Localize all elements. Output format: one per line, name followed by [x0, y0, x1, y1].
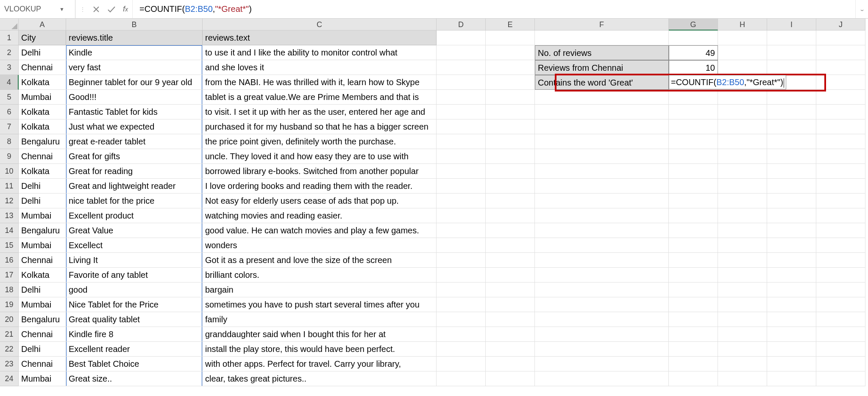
cell-G17[interactable]: [669, 268, 718, 282]
cell-C19[interactable]: sometimes you have to push start several…: [203, 297, 437, 312]
row-header-23[interactable]: 23: [0, 357, 19, 371]
cell-D23[interactable]: [437, 357, 486, 371]
cell-F24[interactable]: [535, 371, 669, 386]
cell-E16[interactable]: [486, 253, 535, 268]
row-header-21[interactable]: 21: [0, 327, 19, 342]
cell-I12[interactable]: [767, 194, 816, 208]
cell-A8[interactable]: Bengaluru: [19, 134, 66, 149]
cell-B4[interactable]: Beginner tablet for our 9 year old: [66, 75, 203, 90]
cell-B10[interactable]: Great for reading: [66, 164, 203, 179]
cell-I2[interactable]: [767, 45, 816, 60]
cell-A19[interactable]: Mumbai: [19, 297, 66, 312]
cell-G2[interactable]: 49: [669, 45, 718, 60]
cell-D4[interactable]: [437, 75, 486, 90]
cell-F3[interactable]: Reviews from Chennai: [535, 60, 669, 75]
cell-G10[interactable]: [669, 164, 718, 179]
cell-A15[interactable]: Mumbai: [19, 238, 66, 253]
cell-E22[interactable]: [486, 342, 535, 357]
cell-J3[interactable]: [816, 60, 865, 75]
cell-F22[interactable]: [535, 342, 669, 357]
cell-B18[interactable]: good: [66, 282, 203, 297]
cell-C20[interactable]: family: [203, 312, 437, 327]
row-header-4[interactable]: 4: [0, 75, 19, 90]
row-header-6[interactable]: 6: [0, 105, 19, 119]
cell-C16[interactable]: Got it as a present and love the size of…: [203, 253, 437, 268]
cell-I23[interactable]: [767, 357, 816, 371]
cell-F5[interactable]: [535, 90, 669, 105]
cell-A7[interactable]: Kolkata: [19, 119, 66, 134]
cell-G12[interactable]: [669, 194, 718, 208]
cell-F19[interactable]: [535, 297, 669, 312]
cell-H16[interactable]: [718, 253, 767, 268]
cell-I24[interactable]: [767, 371, 816, 386]
cell-G1[interactable]: [669, 30, 718, 45]
cell-J6[interactable]: [816, 105, 865, 119]
cell-F17[interactable]: [535, 268, 669, 282]
cell-B20[interactable]: Great quality tablet: [66, 312, 203, 327]
cell-B6[interactable]: Fantastic Tablet for kids: [66, 105, 203, 119]
cell-F8[interactable]: [535, 134, 669, 149]
cell-F23[interactable]: [535, 357, 669, 371]
row-header-7[interactable]: 7: [0, 119, 19, 134]
cell-E24[interactable]: [486, 371, 535, 386]
cell-E11[interactable]: [486, 179, 535, 194]
name-box-dropdown-icon[interactable]: ▼: [59, 6, 64, 12]
cell-H14[interactable]: [718, 223, 767, 238]
row-header-20[interactable]: 20: [0, 312, 19, 327]
cell-I7[interactable]: [767, 119, 816, 134]
cell-J21[interactable]: [816, 327, 865, 342]
cell-J1[interactable]: [816, 30, 865, 45]
cell-G22[interactable]: [669, 342, 718, 357]
cell-D21[interactable]: [437, 327, 486, 342]
cell-H11[interactable]: [718, 179, 767, 194]
cell-C6[interactable]: to visit. I set it up with her as the us…: [203, 105, 437, 119]
cell-F9[interactable]: [535, 149, 669, 164]
cell-H8[interactable]: [718, 134, 767, 149]
cell-J18[interactable]: [816, 282, 865, 297]
row-header-12[interactable]: 12: [0, 194, 19, 208]
cell-I5[interactable]: [767, 90, 816, 105]
cell-D20[interactable]: [437, 312, 486, 327]
row-header-13[interactable]: 13: [0, 208, 19, 223]
cell-D13[interactable]: [437, 208, 486, 223]
cell-D15[interactable]: [437, 238, 486, 253]
cell-B16[interactable]: Living It: [66, 253, 203, 268]
cell-E4[interactable]: [486, 75, 535, 90]
cell-E21[interactable]: [486, 327, 535, 342]
cell-E10[interactable]: [486, 164, 535, 179]
cancel-button[interactable]: [92, 6, 100, 13]
cell-H10[interactable]: [718, 164, 767, 179]
row-header-22[interactable]: 22: [0, 342, 19, 357]
cell-F6[interactable]: [535, 105, 669, 119]
cell-I6[interactable]: [767, 105, 816, 119]
column-header-F[interactable]: F: [535, 19, 669, 30]
cell-J4[interactable]: [816, 75, 865, 90]
cell-G4[interactable]: =COUNTIF(B2:B50,"*Great*"): [669, 75, 718, 90]
column-header-H[interactable]: H: [718, 19, 767, 30]
cell-H17[interactable]: [718, 268, 767, 282]
cell-J19[interactable]: [816, 297, 865, 312]
column-header-E[interactable]: E: [486, 19, 535, 30]
enter-button[interactable]: [107, 6, 116, 13]
cell-D16[interactable]: [437, 253, 486, 268]
cell-G6[interactable]: [669, 105, 718, 119]
row-header-1[interactable]: 1: [0, 30, 19, 45]
cell-A20[interactable]: Bengaluru: [19, 312, 66, 327]
cell-B22[interactable]: Excellent reader: [66, 342, 203, 357]
cell-B8[interactable]: great e-reader tablet: [66, 134, 203, 149]
cell-B14[interactable]: Great Value: [66, 223, 203, 238]
cell-B2[interactable]: Kindle: [66, 45, 203, 60]
cell-E20[interactable]: [486, 312, 535, 327]
cell-D7[interactable]: [437, 119, 486, 134]
formula-input[interactable]: =COUNTIF(B2:B50,"*Great*"): [139, 4, 252, 14]
cell-J11[interactable]: [816, 179, 865, 194]
cell-G21[interactable]: [669, 327, 718, 342]
cell-G11[interactable]: [669, 179, 718, 194]
cell-A14[interactable]: Bengaluru: [19, 223, 66, 238]
cell-E15[interactable]: [486, 238, 535, 253]
cell-H3[interactable]: [718, 60, 767, 75]
cell-A17[interactable]: Kolkata: [19, 268, 66, 282]
cell-D12[interactable]: [437, 194, 486, 208]
cell-A9[interactable]: Chennai: [19, 149, 66, 164]
cell-J13[interactable]: [816, 208, 865, 223]
